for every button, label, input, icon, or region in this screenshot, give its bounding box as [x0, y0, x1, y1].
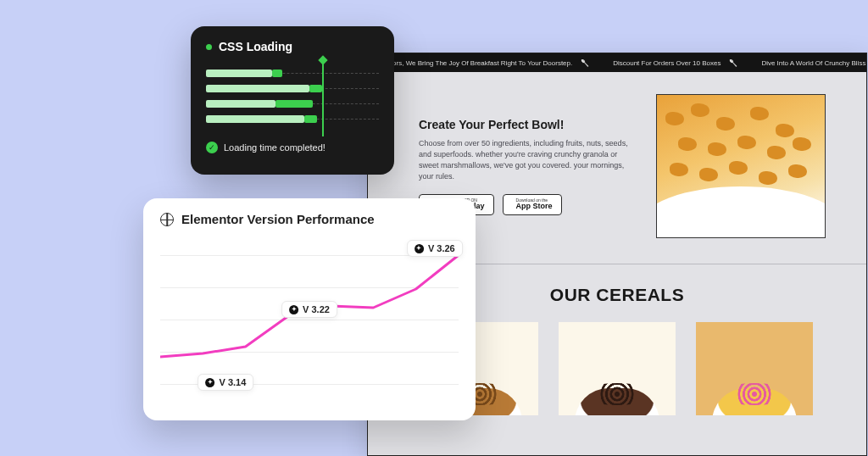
perf-card-title: Elementor Version Performance [181, 212, 375, 226]
hero-copy: Choose from over 50 ingredients, includi… [419, 138, 637, 182]
app-store-label: App Store [516, 203, 553, 211]
app-store-button[interactable]: Download on the App Store [503, 194, 562, 215]
css-card-header: CSS Loading [206, 40, 379, 53]
loading-bar [206, 99, 379, 108]
performance-chart-card: Elementor Version Performance ✦V 3.14✦V … [143, 198, 476, 420]
version-label-text: V 3.14 [220, 377, 247, 387]
version-dot-icon: ✦ [415, 244, 424, 253]
spoon-icon: 🥄 [581, 59, 589, 67]
hero-image [656, 94, 826, 238]
version-label-text: V 3.22 [303, 304, 330, 314]
performance-chart: ✦V 3.14✦V 3.22✦V 3.26 [160, 235, 459, 404]
version-label: ✦V 3.22 [281, 301, 337, 318]
globe-icon [160, 213, 174, 226]
cereal-flakes-graphic [657, 95, 825, 237]
css-status-text: Loading time completed! [224, 142, 326, 153]
ticker-text: Dive Into A World Of Crunchy Bliss, Wher… [761, 59, 866, 67]
css-card-footer: ✓ Loading time completed! [206, 142, 379, 153]
threshold-line [322, 60, 324, 136]
loading-bar [206, 69, 379, 77]
status-dot-icon [206, 44, 212, 50]
perf-card-header: Elementor Version Performance [160, 212, 459, 226]
loading-bar [206, 84, 379, 92]
version-label-text: V 3.26 [428, 243, 455, 253]
version-dot-icon: ✦ [206, 378, 215, 387]
loading-bar [206, 114, 379, 123]
ticker-item: Discount For Orders Over 10 Boxes 🥄 [601, 59, 749, 67]
ticker-item: Dive Into A World Of Crunchy Bliss, Wher… [749, 59, 866, 67]
ticker-text: Flavors, We Bring The Joy Of Breakfast R… [380, 59, 572, 67]
cereal-card[interactable] [696, 322, 813, 415]
version-label: ✦V 3.14 [198, 374, 254, 391]
css-card-title: CSS Loading [219, 40, 292, 53]
version-label: ✦V 3.26 [407, 240, 463, 257]
css-loading-card: CSS Loading ✓ Loading time completed! [191, 26, 394, 175]
css-bars [206, 65, 379, 138]
version-dot-icon: ✦ [289, 305, 298, 314]
check-circle-icon: ✓ [206, 142, 218, 153]
spoon-icon: 🥄 [729, 59, 737, 67]
hero-title: Create Your Perfect Bowl! [419, 118, 637, 131]
ticker-text: Discount For Orders Over 10 Boxes [613, 59, 721, 67]
ticker-item: Flavors, We Bring The Joy Of Breakfast R… [368, 59, 601, 67]
cereal-card[interactable] [559, 322, 676, 415]
promo-ticker: Flavors, We Bring The Joy Of Breakfast R… [368, 53, 866, 72]
